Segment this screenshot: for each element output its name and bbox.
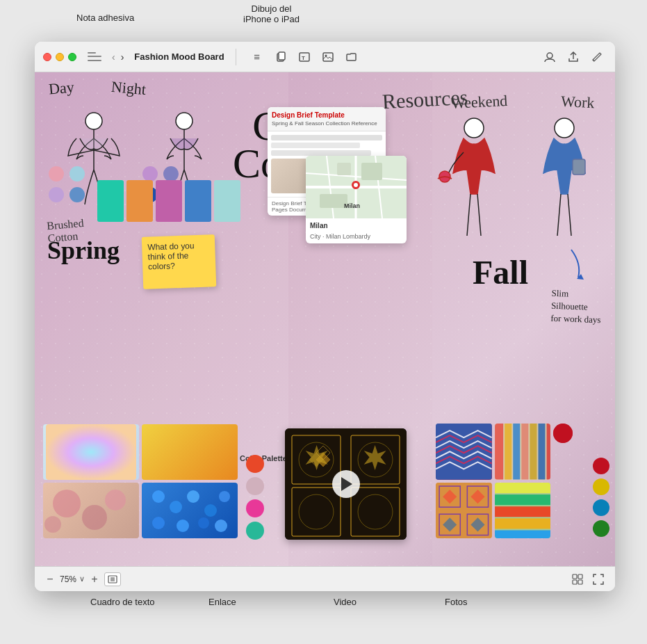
svg-rect-66: [538, 424, 545, 480]
copy-icon[interactable]: [271, 47, 290, 67]
play-button[interactable]: [332, 470, 360, 498]
edit-icon[interactable]: [587, 47, 607, 67]
svg-point-24: [215, 520, 227, 532]
play-icon: [341, 477, 352, 491]
annotation-fotos: Fotos: [445, 597, 468, 607]
svg-rect-84: [110, 577, 115, 581]
annotation-video: Video: [334, 597, 357, 607]
fit-button[interactable]: [104, 572, 121, 586]
swatch-n1: [142, 166, 158, 182]
svg-rect-61: [495, 424, 503, 480]
rpalette-blue: [593, 499, 609, 516]
toolbar-right: [540, 47, 607, 67]
collab-icon[interactable]: [540, 47, 559, 67]
doc-card-subtitle: Spring & Fall Season Collection Referenc…: [272, 120, 382, 127]
grid-view-icon[interactable]: [569, 571, 586, 588]
text-icon[interactable]: ≡: [247, 47, 267, 67]
annotation-cuadro-texto: Cuadro de texto: [90, 597, 155, 607]
toolbar-icons: ≡ T: [247, 47, 361, 67]
svg-rect-67: [546, 424, 550, 480]
zoom-controls: − 75% ∨ +: [43, 572, 121, 586]
svg-point-7: [85, 113, 102, 129]
svg-point-12: [53, 490, 81, 517]
svg-rect-62: [505, 424, 511, 480]
svg-point-23: [198, 517, 209, 529]
sticky-note-text: What do you think of the colors?: [147, 241, 195, 271]
map-area: Milan: [306, 156, 407, 218]
svg-point-13: [82, 505, 107, 530]
svg-point-17: [170, 501, 182, 513]
image-icon[interactable]: [318, 47, 338, 67]
toolbar-divider: [236, 49, 236, 65]
fabric-swatches: [97, 180, 240, 222]
statusbar-right: [569, 571, 607, 588]
palette-red: [246, 455, 264, 473]
spring-text: Spring: [47, 236, 120, 265]
svg-rect-34: [361, 163, 382, 180]
close-button[interactable]: [43, 53, 51, 61]
folder-icon[interactable]: [342, 47, 361, 67]
map-card[interactable]: Milan Milan City · Milan Lombardy: [306, 156, 407, 243]
minimize-button[interactable]: [56, 53, 64, 61]
color-palette-circles: [246, 455, 264, 540]
zoom-dropdown[interactable]: ∨: [79, 574, 85, 583]
svg-rect-87: [573, 580, 577, 584]
bottom-images-left: [43, 424, 238, 538]
work-label: Work: [560, 92, 595, 112]
swatch-purple: [49, 187, 64, 202]
zoom-plus-button[interactable]: +: [88, 572, 101, 586]
titlebar: ‹ › Fashion Mood Board ≡ T: [35, 42, 615, 72]
bottom-img-blue-candy: [142, 483, 238, 538]
right-color-palette: [593, 458, 609, 537]
swatch-pink: [49, 166, 64, 182]
svg-rect-11: [46, 424, 136, 480]
slim-silhouette-note: SlimSilhouettefor work days: [550, 287, 602, 327]
svg-text:Milan: Milan: [344, 202, 360, 209]
svg-rect-63: [513, 424, 520, 480]
svg-point-14: [105, 490, 126, 510]
back-arrow[interactable]: ‹: [110, 50, 117, 64]
window-title: Fashion Mood Board: [134, 51, 224, 62]
traffic-lights: [43, 53, 76, 61]
sidebar-toggle[interactable]: [88, 51, 101, 63]
svg-line-56: [568, 194, 571, 236]
maximize-button[interactable]: [68, 53, 76, 61]
annotation-nota-adhesiva: Nota adhesiva: [76, 13, 134, 23]
svg-rect-65: [530, 424, 537, 480]
svg-line-52: [477, 194, 481, 236]
swatch-darkblue: [69, 187, 85, 202]
bottom-img-roses: [43, 483, 139, 538]
svg-rect-35: [337, 163, 351, 175]
svg-point-54: [555, 118, 574, 138]
svg-rect-79: [495, 494, 551, 505]
svg-point-16: [152, 490, 165, 503]
svg-point-21: [152, 517, 165, 529]
textbox-icon[interactable]: T: [295, 47, 314, 67]
sticky-note[interactable]: What do you think of the colors?: [142, 234, 217, 289]
svg-rect-33: [320, 194, 347, 208]
video-tile[interactable]: [285, 428, 407, 540]
right-color-red: [553, 424, 573, 443]
svg-point-22: [177, 520, 189, 532]
svg-point-18: [187, 490, 199, 503]
forward-arrow[interactable]: ›: [119, 50, 126, 64]
svg-point-50: [464, 118, 484, 138]
palette-pink-gray: [246, 477, 264, 495]
svg-rect-68: [436, 483, 492, 539]
svg-point-19: [204, 504, 217, 517]
svg-rect-88: [578, 580, 582, 584]
doc-card-header: Design Brief Template Spring & Fall Seas…: [268, 107, 386, 131]
share-icon[interactable]: [564, 47, 583, 67]
fit-screen-icon[interactable]: [590, 571, 607, 588]
palette-teal: [246, 522, 264, 540]
zoom-minus-button[interactable]: −: [43, 572, 57, 586]
fabric-lightblue: [214, 180, 240, 222]
bottom-images-right: [436, 424, 609, 538]
fabric-blue: [185, 180, 211, 222]
swatch-blue: [69, 166, 85, 182]
main-window: ‹ › Fashion Mood Board ≡ T: [35, 42, 615, 591]
annotation-dibujo: Dibujo deliPhone o iPad: [243, 3, 300, 24]
svg-point-6: [547, 53, 552, 58]
svg-rect-59: [436, 424, 492, 480]
svg-rect-1: [279, 52, 285, 60]
